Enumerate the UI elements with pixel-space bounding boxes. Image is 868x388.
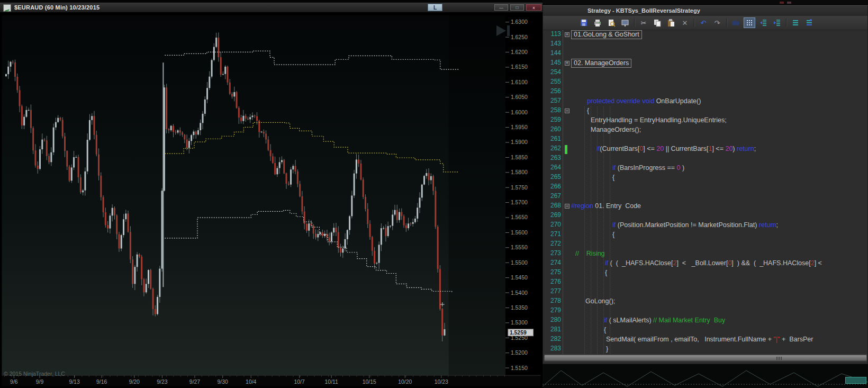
collapsed-region-box[interactable]: 01.GoLong & GoShort [571, 30, 642, 39]
code-line[interactable]: 281{ [543, 326, 867, 335]
line-number: 278 [543, 297, 561, 304]
code-editor[interactable]: 113+01.GoLong & GoShort143144145+02. Man… [543, 30, 867, 354]
code-line[interactable]: 260ManageOrders(); [543, 125, 867, 135]
find-icon[interactable] [730, 17, 742, 28]
code-line[interactable]: 263 [543, 154, 867, 164]
comment-icon[interactable] [790, 17, 801, 28]
line-number: 263 [543, 154, 561, 161]
uncomment-icon[interactable] [803, 17, 815, 28]
fold-expand-icon[interactable]: + [565, 61, 569, 66]
code-text: GoLong(); [585, 297, 615, 305]
print-preview-icon[interactable] [605, 17, 617, 28]
code-line[interactable]: 277 [543, 287, 867, 297]
code-line[interactable]: 254 [543, 68, 867, 78]
price-axis-label: 1.5650 [511, 214, 528, 220]
background-window-sliver [542, 0, 868, 5]
code-line[interactable]: 258−{ [543, 106, 867, 116]
uncomment-icon-glyph [805, 19, 813, 27]
price-axis-label: 1.5400 [511, 290, 528, 296]
bookmarks-icon[interactable] [744, 17, 755, 28]
line-number: 268 [543, 202, 561, 209]
line-number: 279 [543, 306, 561, 314]
price-axis-label: 1.6100 [511, 79, 528, 85]
indent-icon[interactable] [771, 17, 783, 28]
playback-icon[interactable] [495, 24, 513, 37]
code-line[interactable]: 268−#region 01. Entry Code [543, 202, 867, 211]
code-line[interactable]: 144 [543, 49, 867, 59]
fold-expand-icon[interactable]: + [565, 32, 569, 37]
code-line[interactable]: 278GoLong(); [543, 297, 867, 306]
price-chart: 1.63001.62501.62001.61501.61001.60501.60… [0, 3, 542, 388]
code-line[interactable]: 272 [543, 240, 867, 249]
code-line[interactable]: 143 [543, 40, 867, 49]
code-text: { [612, 231, 614, 238]
code-line[interactable]: 275{ [543, 268, 867, 278]
save-icon[interactable] [578, 17, 590, 28]
price-axis-label: 1.5900 [511, 139, 528, 145]
paste-icon-glyph [667, 19, 675, 27]
line-number: 282 [543, 335, 561, 342]
collapsed-region-box[interactable]: 02. ManageOrders [571, 59, 631, 68]
cut-icon[interactable]: ✂ [638, 17, 649, 28]
horizontal-scrollbar[interactable] [544, 354, 867, 362]
copy-icon[interactable] [652, 17, 663, 28]
undo-icon[interactable]: ↶ [698, 17, 709, 28]
code-line[interactable]: 276 [543, 278, 867, 287]
indent-icon-glyph [773, 19, 781, 27]
time-axis-label: 10/20 [398, 379, 412, 385]
fold-collapse-icon[interactable]: − [565, 204, 569, 209]
line-number: 267 [543, 192, 561, 200]
price-axis-label: 1.5150 [511, 365, 528, 371]
code-line[interactable]: 256 [543, 87, 867, 97]
properties-icon[interactable] [619, 17, 631, 28]
code-text: protected override void OnBarUpdate() [587, 97, 701, 105]
line-number: 145 [543, 59, 561, 66]
code-line[interactable]: 279 [543, 306, 867, 316]
line-number: 259 [543, 116, 561, 123]
redo-icon[interactable]: ↷ [711, 17, 723, 28]
code-line[interactable]: 145+02. ManageOrders [543, 59, 867, 68]
code-line[interactable]: 271{ [543, 230, 867, 240]
toolbar-separator [786, 19, 787, 27]
code-text: if ( ( _HAFS.HAClose[2] < _Boll.Lower[0]… [605, 259, 822, 267]
strategy-window-titlebar[interactable]: Strategy - KBTSys_BollReversalStrategy [543, 6, 867, 16]
time-axis-label: 10/7 [294, 379, 305, 385]
code-line[interactable]: 261 [543, 135, 867, 145]
code-text: if(CurrentBars[0] <= 20 || CurrentBars[1… [596, 145, 756, 152]
code-line[interactable]: 259EntryHandling = EntryHandling.UniqueE… [543, 116, 867, 125]
background-window-fragment [787, 2, 791, 4]
fold-collapse-icon[interactable]: − [565, 109, 569, 113]
code-line[interactable]: 257protected override void OnBarUpdate() [543, 97, 867, 106]
line-number: 254 [543, 68, 561, 76]
paste-icon[interactable] [665, 17, 677, 28]
code-line[interactable]: 267 [543, 192, 867, 202]
time-axis-label: 9/23 [157, 379, 167, 385]
line-number: 266 [543, 183, 561, 190]
code-line[interactable]: 255 [543, 78, 867, 87]
delete-icon[interactable]: ✕ [679, 17, 691, 28]
code-text: { [587, 107, 589, 114]
code-line[interactable]: 262if(CurrentBars[0] <= 20 || CurrentBar… [543, 145, 867, 154]
time-axis-label: 10/11 [325, 379, 338, 385]
code-text: if (BarsInProgress == 0 ) [612, 164, 684, 172]
code-line[interactable]: 274if ( ( _HAFS.HAClose[2] < _Boll.Lower… [543, 259, 867, 268]
code-line[interactable]: 264if (BarsInProgress == 0 ) [543, 164, 867, 173]
code-line[interactable]: 269 [543, 211, 867, 221]
code-text: { [612, 174, 614, 181]
strategy-window-title: Strategy - KBTSys_BollReversalStrategy [587, 7, 700, 14]
code-line[interactable]: 113+01.GoLong & GoShort [543, 30, 867, 40]
print-icon[interactable] [592, 17, 603, 28]
outdent-icon[interactable] [757, 17, 769, 28]
price-axis-label: 1.5950 [511, 124, 528, 130]
line-number: 144 [543, 49, 561, 57]
scrollbar-thumb[interactable] [544, 355, 867, 361]
code-line[interactable]: 273// Rising [543, 249, 867, 259]
code-line[interactable]: 265{ [543, 173, 867, 183]
code-line[interactable]: 280if ( sLMailAlerts) // Mail Market Ent… [543, 316, 867, 326]
code-line[interactable]: 283} [543, 345, 867, 354]
code-line[interactable]: 282SendMail( emailFrom , emailTo, Instru… [543, 335, 867, 345]
code-line[interactable]: 270if (Position.MarketPosition != Market… [543, 221, 867, 230]
toolbar-separator [694, 19, 695, 27]
code-line[interactable]: 266 [543, 183, 867, 192]
line-number: 258 [543, 106, 561, 114]
